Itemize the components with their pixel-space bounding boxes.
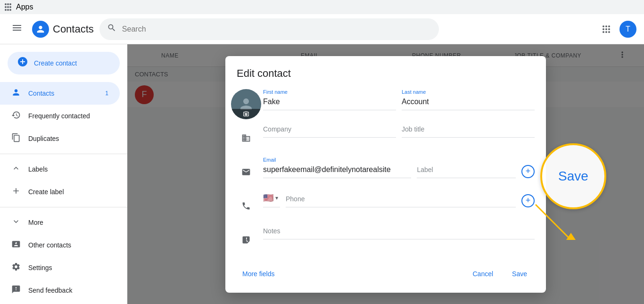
history-icon — [11, 110, 21, 122]
menu-icon[interactable] — [8, 18, 26, 40]
email-label-field — [417, 164, 516, 178]
company-input[interactable] — [263, 123, 396, 138]
labels-label: Labels — [28, 165, 48, 173]
notes-icon-col — [237, 229, 256, 251]
main-content: Name Email Phone number Job title & comp… — [127, 44, 644, 304]
sidebar-item-create-label[interactable]: Create label — [0, 181, 120, 203]
company-row — [237, 123, 535, 149]
other-contacts-icon — [11, 239, 21, 251]
last-name-field: Last name — [402, 89, 535, 110]
create-label-text: Create label — [28, 188, 64, 196]
create-contact-button[interactable]: Create contact — [8, 52, 120, 74]
more-label: More — [28, 219, 43, 226]
phone-input[interactable] — [286, 193, 516, 207]
layout: Create contact Contacts 1 Frequently con… — [0, 44, 644, 304]
phone-icon-col — [237, 195, 256, 217]
header-right: T — [597, 20, 636, 39]
contact-photo[interactable] — [231, 89, 261, 119]
job-title-field — [402, 123, 535, 138]
sidebar-item-help[interactable]: Help — [0, 302, 120, 304]
sidebar-item-contacts-label: Contacts — [28, 90, 54, 97]
company-fields — [263, 123, 535, 138]
notes-input[interactable] — [263, 225, 535, 239]
create-contact-plus-icon — [17, 56, 28, 70]
dialog-form: First name Last name — [237, 89, 535, 251]
more-fields-button[interactable]: More fields — [237, 266, 280, 281]
sidebar-item-contacts[interactable]: Contacts 1 — [0, 82, 120, 105]
search-icon — [107, 23, 116, 35]
first-name-input[interactable] — [263, 96, 396, 110]
sidebar-divider-2 — [0, 207, 127, 207]
sidebar-item-other-contacts[interactable]: Other contacts — [0, 234, 120, 256]
notes-field — [263, 225, 535, 239]
create-contact-label: Create contact — [34, 59, 77, 67]
photo-overlay — [231, 109, 261, 119]
last-name-input[interactable] — [402, 96, 535, 110]
search-bar[interactable] — [99, 18, 439, 40]
notes-fields — [263, 225, 535, 239]
feedback-icon — [11, 285, 21, 296]
sidebar-item-send-feedback[interactable]: Send feedback — [0, 279, 120, 302]
phone-field — [286, 193, 516, 207]
photo-col — [237, 93, 256, 115]
dialog-right-actions: Cancel Save — [465, 266, 535, 281]
company-icon-col — [237, 127, 256, 149]
sidebar-item-frequently-label: Frequently contacted — [28, 112, 90, 120]
sidebar-item-duplicates-label: Duplicates — [28, 135, 59, 142]
avatar[interactable]: T — [619, 21, 636, 38]
email-label-input[interactable] — [417, 164, 516, 178]
edit-contact-dialog: Edit contact First name — [225, 56, 546, 293]
chevron-down-icon: ▾ — [275, 195, 278, 201]
contacts-badge: 1 — [105, 90, 108, 97]
cancel-button[interactable]: Cancel — [465, 266, 501, 281]
google-apps-icon[interactable] — [597, 20, 616, 39]
first-name-field: First name — [263, 89, 396, 110]
flag-icon: 🇺🇸 — [263, 193, 273, 203]
email-fields: Email + — [263, 157, 535, 178]
top-bar: Apps — [0, 0, 644, 14]
add-icon — [11, 186, 21, 198]
notes-row — [237, 225, 535, 251]
email-input[interactable] — [263, 164, 411, 178]
labels-section-header[interactable]: Labels — [0, 158, 127, 181]
sidebar-item-duplicates[interactable]: Duplicates — [0, 127, 120, 150]
apps-grid-icon — [5, 3, 13, 11]
last-name-label: Last name — [402, 89, 535, 95]
person-icon — [11, 88, 21, 99]
add-phone-button[interactable]: + — [521, 194, 535, 207]
app-name: Contacts — [53, 23, 94, 35]
phone-row: 🇺🇸 ▾ + — [237, 191, 535, 217]
sidebar-item-frequently-contacted[interactable]: Frequently contacted — [0, 105, 120, 127]
header: Contacts T — [0, 14, 644, 44]
company-field — [263, 123, 396, 138]
name-fields: First name Last name — [263, 89, 535, 110]
name-row: First name Last name — [237, 89, 535, 115]
email-row: Email + — [237, 157, 535, 183]
sidebar: Create contact Contacts 1 Frequently con… — [0, 44, 127, 304]
dialog-title: Edit contact — [237, 67, 535, 80]
sidebar-divider-1 — [0, 154, 127, 154]
other-contacts-label: Other contacts — [28, 241, 71, 249]
duplicates-icon — [11, 133, 21, 145]
search-input[interactable] — [122, 25, 431, 33]
chevron-down-icon — [11, 217, 21, 229]
more-section-header[interactable]: More — [0, 211, 127, 234]
dialog-actions: More fields Cancel Save — [237, 261, 535, 281]
country-code-selector[interactable]: 🇺🇸 ▾ — [263, 191, 280, 207]
first-name-label: First name — [263, 89, 396, 95]
add-email-button[interactable]: + — [521, 165, 535, 178]
chevron-up-icon — [11, 164, 21, 175]
contacts-logo-icon — [32, 21, 49, 38]
job-title-input[interactable] — [402, 123, 535, 138]
top-bar-title: Apps — [16, 3, 33, 11]
app-logo: Contacts — [32, 21, 94, 38]
email-icon-col — [237, 161, 256, 183]
phone-fields: 🇺🇸 ▾ + — [263, 191, 535, 207]
email-field: Email — [263, 157, 411, 178]
sidebar-item-settings[interactable]: Settings — [0, 256, 120, 279]
settings-icon — [11, 262, 21, 274]
save-button[interactable]: Save — [504, 266, 535, 281]
send-feedback-label: Send feedback — [28, 287, 72, 294]
settings-label: Settings — [28, 264, 52, 271]
email-label: Email — [263, 157, 411, 163]
